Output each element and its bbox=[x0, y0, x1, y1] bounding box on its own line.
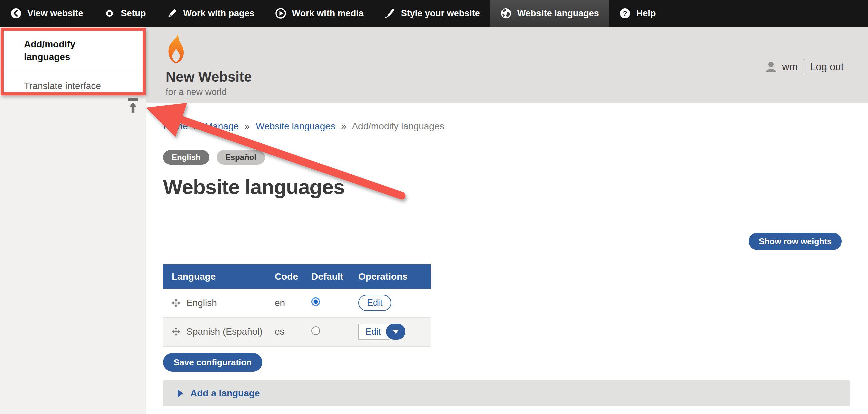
paintbrush-icon bbox=[383, 7, 396, 19]
play-circle-icon bbox=[275, 7, 287, 19]
user-account-area: wm Log out bbox=[766, 59, 844, 75]
nav-view-website[interactable]: View website bbox=[0, 0, 93, 27]
table-row-spanish: Spanish (Español) es Edit bbox=[163, 318, 431, 346]
save-configuration-button[interactable]: Save configuration bbox=[163, 353, 262, 372]
user-icon bbox=[766, 61, 776, 72]
language-switcher: English Español bbox=[163, 150, 265, 165]
column-header-code: Code bbox=[266, 264, 303, 289]
nav-work-with-pages[interactable]: Work with pages bbox=[156, 0, 265, 27]
sidebar-menu-highlight-box: Add/modify languages Translate interface bbox=[1, 28, 146, 95]
language-code: en bbox=[266, 289, 303, 318]
table-row-english: English en Edit bbox=[163, 289, 431, 318]
column-header-default: Default bbox=[303, 264, 349, 289]
sidebar-item-label: Translate interface bbox=[24, 81, 101, 91]
column-header-operations: Operations bbox=[349, 264, 431, 289]
nav-label: View website bbox=[27, 8, 84, 19]
pencil-icon bbox=[166, 7, 178, 19]
main-region: New Website for a new world wm Log out H… bbox=[146, 27, 868, 414]
site-header: New Website for a new world wm Log out bbox=[146, 27, 868, 103]
sidebar-item-add-modify-languages[interactable]: Add/modify languages bbox=[4, 31, 143, 71]
breadcrumb-current: Add/modify languages bbox=[351, 121, 444, 131]
breadcrumb-separator: » bbox=[194, 121, 199, 131]
drag-handle-icon[interactable] bbox=[172, 299, 180, 307]
user-divider bbox=[804, 59, 804, 74]
nav-work-with-media[interactable]: Work with media bbox=[265, 0, 374, 27]
language-code: es bbox=[266, 318, 303, 346]
gear-icon bbox=[103, 7, 116, 19]
language-name: Spanish (Español) bbox=[186, 326, 263, 337]
logout-link[interactable]: Log out bbox=[810, 61, 844, 72]
collapsed-triangle-icon bbox=[178, 389, 183, 397]
globe-icon bbox=[500, 7, 512, 19]
collapse-up-icon bbox=[127, 98, 138, 114]
site-branding[interactable]: New Website for a new world bbox=[165, 33, 252, 97]
column-header-language: Language bbox=[163, 264, 266, 289]
add-language-accordion[interactable]: Add a language bbox=[163, 380, 850, 406]
default-radio-english[interactable] bbox=[311, 297, 320, 306]
sidebar-collapse-button[interactable] bbox=[127, 98, 138, 114]
sidebar-item-label: Add/modify languages bbox=[24, 38, 91, 63]
add-language-label: Add a language bbox=[190, 388, 260, 398]
nav-label: Website languages bbox=[518, 8, 599, 19]
nav-help[interactable]: ? Help bbox=[609, 0, 666, 27]
caret-down-icon bbox=[392, 330, 399, 334]
site-name[interactable]: New Website bbox=[165, 69, 252, 85]
sidebar-item-translate-interface[interactable]: Translate interface bbox=[4, 71, 143, 101]
edit-button-english[interactable]: Edit bbox=[358, 295, 391, 311]
edit-button-spanish[interactable]: Edit bbox=[358, 324, 389, 340]
breadcrumb: Home » Manage » Website languages » Add/… bbox=[163, 121, 444, 132]
languages-table: Language Code Default Operations bbox=[163, 264, 431, 347]
nav-label: Work with media bbox=[292, 8, 364, 19]
breadcrumb-website-languages[interactable]: Website languages bbox=[256, 121, 335, 131]
breadcrumb-manage[interactable]: Manage bbox=[205, 121, 239, 131]
chevron-left-circle-icon bbox=[10, 7, 22, 19]
operations-split-button: Edit bbox=[358, 324, 405, 340]
table-header-row: Language Code Default Operations bbox=[163, 264, 431, 289]
language-name: English bbox=[186, 298, 217, 308]
username[interactable]: wm bbox=[782, 61, 798, 72]
flame-logo-icon bbox=[165, 33, 186, 63]
language-badge-espanol[interactable]: Español bbox=[217, 150, 265, 165]
breadcrumb-separator: » bbox=[245, 121, 250, 131]
language-badge-english[interactable]: English bbox=[163, 150, 209, 165]
breadcrumb-home[interactable]: Home bbox=[163, 121, 188, 131]
default-radio-spanish[interactable] bbox=[311, 326, 320, 335]
svg-text:?: ? bbox=[623, 9, 627, 18]
show-row-weights-button[interactable]: Show row weights bbox=[749, 233, 842, 250]
secondary-sidebar: Add/modify languages Translate interface bbox=[0, 27, 146, 414]
operations-dropdown-toggle[interactable] bbox=[386, 324, 405, 340]
nav-style-your-website[interactable]: Style your website bbox=[374, 0, 490, 27]
nav-label: Setup bbox=[121, 8, 146, 19]
nav-label: Style your website bbox=[401, 8, 480, 19]
page-title: Website languages bbox=[163, 175, 344, 199]
nav-label: Work with pages bbox=[183, 8, 255, 19]
question-circle-icon: ? bbox=[619, 7, 631, 19]
nav-website-languages[interactable]: Website languages bbox=[490, 0, 609, 27]
nav-label: Help bbox=[636, 8, 656, 19]
drag-handle-icon[interactable] bbox=[172, 327, 180, 336]
admin-toolbar: View website Setup Work with pages Work … bbox=[0, 0, 868, 27]
nav-setup[interactable]: Setup bbox=[93, 0, 156, 27]
site-slogan: for a new world bbox=[165, 87, 252, 97]
breadcrumb-separator: » bbox=[341, 121, 346, 131]
